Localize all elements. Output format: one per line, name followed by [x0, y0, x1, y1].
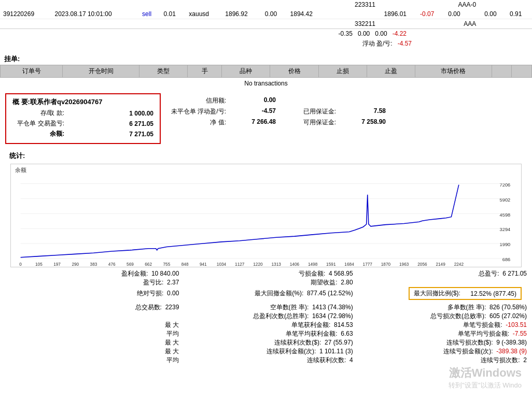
max-drawdown-pct-label: 最大回撤金额(%):	[255, 290, 303, 297]
closed-pnl-label: 平仓单 交易盈亏:	[12, 119, 64, 128]
col-lots: 手	[188, 65, 222, 78]
svg-text:686: 686	[502, 256, 511, 262]
credit-label: 信用额:	[171, 96, 226, 105]
svg-text:755: 755	[163, 262, 170, 267]
max-consec-loss-count-value: 9 (-389.38)	[496, 339, 527, 346]
svg-text:2056: 2056	[417, 262, 427, 267]
order-lots: 0.01	[160, 9, 186, 19]
pending-section: 挂单: 订单号 开仓时间 类型 手 品种 价格 止损 止盈 市场价格 No tr…	[0, 51, 532, 89]
col-takeprofit: 止盈	[367, 65, 415, 78]
max-drawdown-dollar-value: 12.52% (877.45)	[470, 290, 516, 297]
stats-row-trades: 总交易数: 2239 空单数(胜 率): 1413 (74.38%) 多单数(胜…	[5, 303, 527, 312]
balance-row: 余额: 7 271.05	[12, 130, 153, 138]
max-consec-win-count-label: 连续获利次数($):	[274, 339, 321, 346]
loss-value: 4 568.95	[329, 270, 353, 277]
svg-text:1591: 1591	[326, 262, 336, 267]
stats-row-consec-count: 最 大 连续获利次数($): 27 (55.97) 连续亏损次数($): 9 (…	[5, 338, 527, 347]
short-trades-value: 1413 (74.38%)	[312, 304, 353, 311]
balance-chart: 余额 686 1990 3294 4598 5902 7206 0 105 19…	[10, 164, 522, 267]
avg-consec-loss-value: 2	[523, 356, 527, 364]
margin-used-label: 已用保证金:	[284, 107, 336, 116]
svg-text:1127: 1127	[235, 262, 245, 267]
stats-table: 盈利金额: 10 840.00 亏损金额: 4 568.95 总盈亏: 6 27…	[5, 269, 527, 365]
deposit-label: 存/取 款:	[12, 109, 64, 118]
stats-row-avg-consec: 平均 连续获利次数: 4 连续亏损次数: 2	[5, 356, 527, 365]
top-orders-table: 223311 AAA-0 391220269 2023.08.17 10:01:…	[0, 0, 532, 49]
max-consec-loss-count-label: 连续亏损次数($):	[446, 339, 493, 346]
pending-table: 订单号 开仓时间 类型 手 品种 价格 止损 止盈 市场价格 No transa…	[0, 65, 532, 89]
avg-win-value: 6.63	[341, 330, 353, 337]
long-trades-label: 多单数(胜 率):	[447, 304, 486, 311]
total-value: 6 271.05	[502, 270, 527, 277]
order-val3: 0.00	[481, 9, 507, 19]
svg-text:1034: 1034	[217, 262, 227, 267]
order-val1: -0.07	[417, 9, 445, 19]
order-id-332211: 332211	[327, 19, 417, 29]
max-label-2: 最 大	[165, 339, 179, 346]
svg-text:569: 569	[127, 262, 134, 267]
stats-row-avg-win: 平均 单笔平均获利金额: 6.63 单笔平均亏损金额: -7.55	[5, 329, 527, 338]
svg-text:1313: 1313	[271, 262, 281, 267]
max-consec-loss-amt-label: 连续亏损金额(次):	[443, 348, 493, 355]
summary-val3: 0.00	[375, 30, 387, 37]
svg-text:1220: 1220	[253, 262, 263, 267]
col-open-time: 开仓时间	[63, 65, 139, 78]
avg-consec-win-label: 连续获利次数:	[307, 356, 346, 364]
total-win-value: 1634 (72.98%)	[312, 312, 353, 320]
closed-pnl-row: 平仓单 交易盈亏: 6 271.05	[12, 119, 153, 128]
svg-text:1498: 1498	[308, 262, 318, 267]
total-loss-label: 总亏损次数(总败率):	[430, 312, 486, 320]
avg-consec-win-value: 4	[349, 356, 353, 364]
stats-row-winloss: 总盈利次数(总胜率): 1634 (72.98%) 总亏损次数(总败率): 60…	[5, 312, 527, 321]
free-margin-value: 7 258.90	[344, 118, 386, 127]
total-label: 总盈亏:	[479, 270, 499, 277]
max-consec-win-amt-value: 1 101.11 (3)	[319, 348, 353, 355]
svg-text:105: 105	[35, 262, 43, 267]
svg-text:1777: 1777	[363, 262, 373, 267]
summary-val2: 0.00	[358, 30, 370, 37]
order-symbol: xauusd	[186, 9, 222, 19]
order-row-223311: 223311 AAA-0	[0, 0, 532, 9]
float-pnl-label: 浮动 盈/亏:	[362, 40, 393, 47]
stats-row-max-win: 最 大 单笔获利金额: 814.53 单笔亏损金额: -103.51	[5, 321, 527, 329]
summary-row: -0.35 0.00 0.00 -4.22	[0, 29, 532, 39]
account-section: 概 要:联系作者qv2026904767 存/取 款: 1 000.00 平仓单…	[5, 93, 527, 144]
max-consec-win-count-value: 27 (55.97)	[325, 339, 353, 346]
col-symbol: 品种	[222, 65, 270, 78]
svg-text:7206: 7206	[500, 182, 511, 188]
avg-win-label: 单笔平均获利金额:	[286, 330, 337, 337]
watermark: 激活Windows 转到"设置"以激活 Windo	[449, 365, 522, 390]
col-empty2	[512, 65, 532, 78]
max-consec-loss-amt-value: -389.38 (9)	[496, 348, 527, 355]
profit-value: 10 840.00	[151, 270, 179, 277]
svg-text:1990: 1990	[500, 241, 511, 247]
free-margin-label: 可用保证金:	[284, 118, 336, 127]
max-win-value: 814.53	[334, 321, 353, 328]
order-col1: 0.00	[262, 9, 287, 19]
no-transactions-text: No transactions	[1, 78, 532, 90]
avg-label-1: 平均	[166, 330, 179, 337]
account-right-info: 信用额: 0.00 未平仓单 浮动盈/亏: -4.57 已用保证金: 7.58 …	[161, 93, 396, 130]
float-pnl-label2: 未平仓单 浮动盈/亏:	[171, 107, 226, 116]
margin-used-value: 7.58	[344, 107, 386, 116]
abs-loss-label: 绝对亏损:	[137, 290, 163, 297]
float-pnl-value2: -4.57	[234, 107, 276, 116]
profit-ratio-value: 2.37	[167, 279, 179, 286]
account-summary-box: 概 要:联系作者qv2026904767 存/取 款: 1 000.00 平仓单…	[5, 93, 161, 144]
svg-text:1684: 1684	[344, 262, 354, 267]
svg-text:848: 848	[181, 262, 189, 267]
col-empty1	[492, 65, 512, 78]
long-trades-value: 826 (70.58%)	[489, 304, 527, 311]
col-order-id: 订单号	[1, 65, 63, 78]
max-loss-label: 单笔亏损金额:	[463, 321, 502, 328]
svg-text:290: 290	[72, 262, 79, 267]
balance-value: 7 271.05	[112, 131, 153, 138]
float-pnl-value: -4.57	[398, 40, 412, 47]
stats-row-consec-amt: 最 大 连续获利金额(次): 1 101.11 (3) 连续亏损金额(次): -…	[5, 347, 527, 356]
avg-loss-label: 单笔平均亏损金额:	[458, 330, 509, 337]
total-win-label: 总盈利次数(总胜率):	[253, 312, 309, 320]
stats-row-drawdown: 绝对亏损: 0.00 最大回撤金额(%): 877.45 (12.52%) 最大…	[5, 287, 527, 300]
profit-label: 盈利金额:	[121, 270, 148, 277]
short-trades-label: 空单数(胜 率):	[270, 304, 309, 311]
order-val2: 0.00	[445, 9, 481, 19]
